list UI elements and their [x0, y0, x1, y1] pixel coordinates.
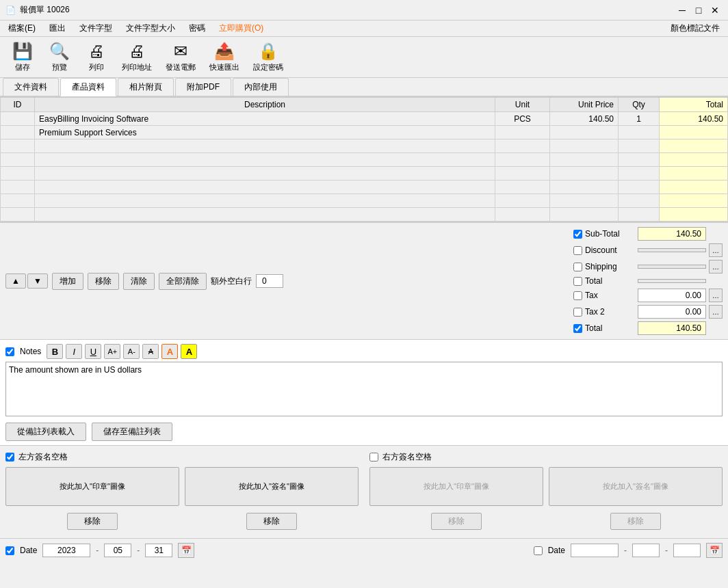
left-remove-sign-button[interactable]: 移除: [246, 513, 297, 530]
add-row-button[interactable]: 增加: [52, 273, 83, 290]
right-stamp-button[interactable]: 按此加入"印章"圖像: [369, 467, 543, 506]
left-stamp-button[interactable]: 按此加入"印章"圖像: [5, 467, 179, 506]
discount-ellipsis-button[interactable]: …: [709, 243, 723, 257]
menu-file[interactable]: 檔案(E): [3, 21, 41, 36]
date-day-input[interactable]: [145, 544, 172, 557]
tab-document[interactable]: 文件資料: [3, 78, 59, 96]
cell-unit[interactable]: [495, 208, 550, 222]
cell-id[interactable]: [1, 126, 35, 139]
cell-price[interactable]: [550, 153, 619, 167]
strikethrough-button[interactable]: A: [142, 344, 159, 359]
date-month-right-input[interactable]: [632, 544, 660, 557]
cell-price[interactable]: [550, 181, 619, 194]
menu-password[interactable]: 密碼: [183, 21, 211, 36]
italic-button[interactable]: I: [66, 344, 82, 359]
cell-description[interactable]: [35, 139, 495, 153]
cell-id[interactable]: [1, 194, 35, 208]
clear-row-button[interactable]: 清除: [123, 273, 155, 290]
extra-rows-input[interactable]: [256, 274, 283, 288]
decrease-font-button[interactable]: A-: [123, 344, 140, 359]
calendar-button-left[interactable]: 📅: [178, 543, 194, 558]
cell-price[interactable]: [550, 167, 619, 181]
cell-unit[interactable]: [495, 112, 550, 126]
cell-price[interactable]: [550, 112, 619, 126]
bold-button[interactable]: B: [47, 344, 63, 359]
cell-description[interactable]: [35, 126, 495, 139]
print-address-button[interactable]: 🖨 列印地址: [116, 39, 157, 75]
increase-font-button[interactable]: A+: [104, 344, 120, 359]
right-sign-button[interactable]: 按此加入"簽名"圖像: [549, 467, 723, 506]
save-notes-button[interactable]: 儲存至備註列表: [92, 423, 172, 441]
shipping-checkbox[interactable]: [573, 263, 582, 271]
cell-price[interactable]: [550, 126, 619, 139]
highlight-color-button[interactable]: A: [181, 344, 197, 359]
cell-id[interactable]: [1, 181, 35, 194]
left-remove-stamp-button[interactable]: 移除: [67, 513, 118, 530]
left-sign-button[interactable]: 按此加入"簽名"圖像: [185, 467, 359, 506]
notes-checkbox[interactable]: [5, 347, 14, 356]
cell-unit[interactable]: [495, 139, 550, 153]
clear-all-button[interactable]: 全部清除: [159, 273, 207, 290]
save-button[interactable]: 💾 儲存: [5, 39, 40, 75]
tax-checkbox[interactable]: [573, 291, 582, 300]
cell-description[interactable]: [35, 167, 495, 181]
cell-id[interactable]: [1, 208, 35, 222]
date-year-right-input[interactable]: [571, 544, 619, 557]
date-day-right-input[interactable]: [673, 544, 701, 557]
tax2-ellipsis-button[interactable]: …: [709, 305, 723, 319]
date-checkbox-right[interactable]: [534, 546, 543, 555]
print-button[interactable]: 🖨 列印: [79, 39, 114, 75]
quick-export-button[interactable]: 📤 快速匯出: [204, 39, 245, 75]
right-sig-checkbox[interactable]: [369, 453, 378, 462]
set-password-button[interactable]: 🔒 設定密碼: [248, 39, 289, 75]
cell-unit[interactable]: [495, 181, 550, 194]
cell-qty[interactable]: [619, 208, 660, 222]
right-remove-stamp-button[interactable]: 移除: [431, 513, 482, 530]
cell-price[interactable]: [550, 194, 619, 208]
cell-unit[interactable]: [495, 153, 550, 167]
cell-description[interactable]: [35, 208, 495, 222]
tab-pdf[interactable]: 附加PDF: [175, 78, 231, 96]
close-button[interactable]: ✕: [707, 3, 723, 18]
date-checkbox-left[interactable]: [5, 546, 14, 555]
tab-internal[interactable]: 內部使用: [233, 78, 289, 96]
cell-id[interactable]: [1, 112, 35, 126]
send-email-button[interactable]: ✉ 發送電郵: [160, 39, 201, 75]
date-month-input[interactable]: [104, 544, 131, 557]
cell-qty[interactable]: [619, 194, 660, 208]
shipping-ellipsis-button[interactable]: …: [709, 260, 723, 273]
menu-font-size[interactable]: 文件字型大小: [120, 21, 181, 36]
cell-unit[interactable]: [495, 126, 550, 139]
notes-textarea[interactable]: [5, 362, 723, 416]
discount-checkbox[interactable]: [573, 246, 582, 255]
subtotal-checkbox[interactable]: [573, 230, 582, 239]
cell-description[interactable]: [35, 194, 495, 208]
left-sig-checkbox[interactable]: [5, 453, 14, 462]
move-down-button[interactable]: ▼: [27, 273, 48, 289]
menu-font[interactable]: 文件字型: [74, 21, 118, 36]
maximize-button[interactable]: □: [691, 3, 706, 18]
cell-qty[interactable]: [619, 139, 660, 153]
font-color-button[interactable]: A: [161, 344, 178, 359]
cell-unit[interactable]: [495, 194, 550, 208]
date-year-input[interactable]: [42, 544, 90, 557]
cell-qty[interactable]: [619, 167, 660, 181]
tab-products[interactable]: 產品資料: [60, 78, 116, 96]
remove-row-button[interactable]: 移除: [88, 273, 119, 290]
cell-unit[interactable]: [495, 167, 550, 181]
cell-id[interactable]: [1, 153, 35, 167]
cell-id[interactable]: [1, 167, 35, 181]
menu-purchase[interactable]: 立即購買(O): [213, 21, 269, 36]
menu-export[interactable]: 匯出: [44, 21, 71, 36]
grand-total-checkbox[interactable]: [573, 324, 582, 333]
cell-description[interactable]: [35, 181, 495, 194]
right-remove-sign-button[interactable]: 移除: [610, 513, 661, 530]
cell-qty[interactable]: [619, 153, 660, 167]
cell-qty[interactable]: [619, 126, 660, 139]
tax2-checkbox[interactable]: [573, 308, 582, 317]
cell-price[interactable]: [550, 139, 619, 153]
cell-qty[interactable]: [619, 112, 660, 126]
calendar-button-right[interactable]: 📅: [706, 543, 723, 558]
pretax-total-checkbox[interactable]: [573, 277, 582, 286]
move-up-button[interactable]: ▲: [5, 273, 26, 289]
